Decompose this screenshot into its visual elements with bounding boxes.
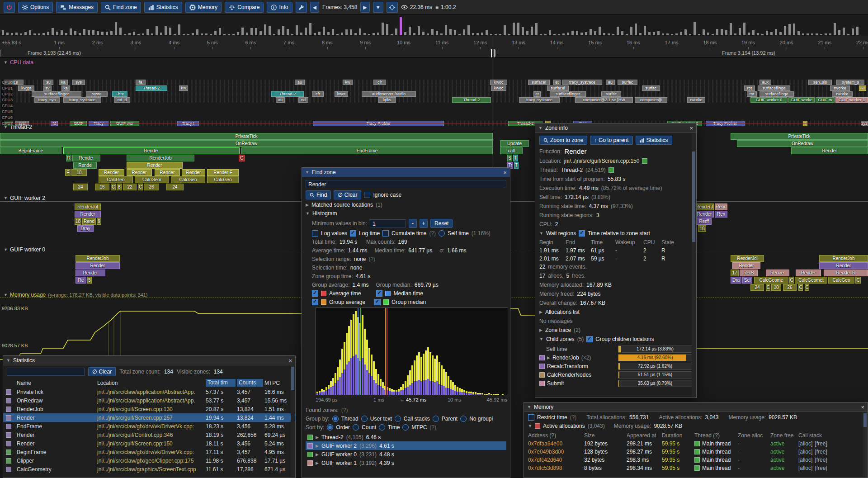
median-time-checkbox[interactable] bbox=[376, 290, 382, 297]
reset-button[interactable]: Reset bbox=[430, 219, 453, 228]
call-stack-free-link[interactable]: [free] bbox=[815, 465, 827, 471]
timeline-zone[interactable]: 26 bbox=[144, 184, 159, 190]
memory-titlebar[interactable]: ▼ Memory × bbox=[524, 402, 868, 412]
min-bin-decrease-button[interactable]: - bbox=[409, 219, 417, 228]
timeline-zone[interactable]: audioserver /audio bbox=[362, 91, 416, 97]
timeline-zone[interactable]: EndFrame bbox=[241, 147, 493, 154]
timeline-zone[interactable]: 10 bbox=[771, 284, 781, 291]
expand-triangle-icon[interactable]: ▶ bbox=[306, 203, 309, 207]
timeline-zone[interactable]: C bbox=[798, 284, 803, 291]
timeline-zone[interactable]: composer@2.1-se [HW bbox=[575, 97, 633, 103]
sort-by-mtpc-radio[interactable] bbox=[402, 424, 409, 431]
go-to-parent-button[interactable]: ↑ Go to parent bbox=[590, 136, 632, 145]
statistics-row[interactable]: EndFramejni/../jni/src/claw/gfx/drv/vk/D… bbox=[3, 422, 295, 431]
collapse-triangle-icon[interactable]: ▼ bbox=[539, 337, 543, 341]
allocation-row[interactable]: 0x7dfaa64e00192 bytes298.21 ms59.95 sMai… bbox=[528, 440, 863, 448]
timeline-zone[interactable]: surface! bbox=[528, 80, 550, 85]
timeline-zone[interactable]: rworke bbox=[687, 97, 705, 103]
frames-bar[interactable]: Frame 3,193 (22.45 ms)Frame 3,194 (13.92… bbox=[0, 49, 868, 58]
min-bin-increase-button[interactable]: + bbox=[420, 219, 428, 228]
timeline-zone[interactable]: CalcGeo bbox=[99, 176, 133, 183]
found-zone-group[interactable]: ▶GUIF worker 2(3,296)4.61 s bbox=[306, 441, 506, 450]
child-zone-row[interactable]: Submit35.63 µs (0.79%) bbox=[539, 379, 692, 387]
allocation-column-header[interactable]: Call stack bbox=[798, 432, 863, 439]
memory-scrollbar[interactable] bbox=[863, 412, 867, 477]
timeline-zone[interactable]: Dra bbox=[731, 277, 741, 284]
collapse-triangle-icon[interactable]: ▼ bbox=[539, 231, 543, 236]
timeline-zone[interactable]: lgiks bbox=[378, 97, 396, 103]
help-marker[interactable]: (?) bbox=[429, 230, 436, 237]
timeline-zone[interactable]: C bbox=[239, 155, 245, 161]
timeline-zone[interactable]: aux bbox=[760, 80, 771, 85]
frame-select-button[interactable]: ▼ bbox=[373, 2, 383, 13]
timeline-zone[interactable]: tracy_systrace bbox=[63, 97, 101, 103]
zone-statistics-button[interactable]: Statistics bbox=[636, 136, 672, 145]
timeline-zone[interactable]: Ren bbox=[715, 211, 727, 218]
timeline-zone[interactable]: Render bbox=[75, 270, 105, 276]
call-stack-free-link[interactable]: [free] bbox=[815, 449, 827, 455]
group-by-callstacks-radio[interactable] bbox=[395, 416, 401, 422]
timeline-zone[interactable]: GUIF-w bbox=[816, 97, 835, 103]
timeline-zone[interactable]: GUIF worker 0 bbox=[750, 97, 788, 103]
timeline-zone[interactable]: Rend bbox=[82, 218, 96, 225]
zone-info-scrollbar[interactable] bbox=[692, 133, 696, 397]
clear-filter-button[interactable]: ∅ Clear bbox=[88, 367, 116, 376]
timeline-zone[interactable]: tracy_syn bbox=[34, 97, 60, 103]
statistics-row[interactable]: RenderJobjni/../jni/src/guif/Screen.cpp:… bbox=[3, 405, 295, 413]
timeline-zone[interactable]: cfr bbox=[373, 80, 386, 85]
timeline-zone[interactable]: call bbox=[500, 147, 523, 154]
timeline-zone[interactable]: Render bbox=[791, 147, 868, 154]
timeline-zone[interactable]: ka bbox=[59, 80, 68, 85]
timeline-zone[interactable]: Render F bbox=[207, 169, 239, 176]
timeline-zone[interactable]: Render bbox=[127, 169, 152, 176]
time-relative-checkbox[interactable] bbox=[579, 230, 585, 237]
zoom-to-zone-button[interactable]: Zoom to zone bbox=[539, 136, 587, 145]
timeline-zone[interactable]: GUIF worke bbox=[788, 97, 815, 103]
clear-button[interactable]: ∅ Clear bbox=[334, 190, 361, 199]
frame-timeline-strip[interactable] bbox=[0, 15, 868, 36]
timeline-zone[interactable]: T bbox=[514, 162, 519, 169]
child-zone-row[interactable]: RecalcTransform72.92 µs (1.62%) bbox=[539, 362, 692, 370]
group-children-checkbox[interactable] bbox=[586, 336, 593, 342]
timeline-zone[interactable]: kvgpr bbox=[18, 85, 34, 91]
timeline-zone[interactable]: Thread-2 bbox=[271, 91, 304, 97]
timeline-zone[interactable]: kwoc bbox=[490, 80, 507, 85]
statistics-row[interactable]: OnRedrawjni/../jni/src/claw/application/… bbox=[3, 396, 295, 405]
allocation-column-header[interactable]: Appeared at bbox=[627, 432, 662, 439]
sort-by-time-radio[interactable] bbox=[379, 424, 385, 431]
info-button[interactable]: Info bbox=[267, 2, 292, 13]
timeline-zone[interactable]: S bbox=[507, 155, 512, 161]
collapse-triangle-icon[interactable]: ▼ bbox=[306, 211, 310, 216]
group-by-parent-radio[interactable] bbox=[433, 416, 439, 422]
column-name[interactable]: Name bbox=[6, 380, 97, 386]
help-marker[interactable]: (?) bbox=[429, 424, 436, 431]
timeline-zone[interactable]: RenderJ bbox=[695, 204, 714, 210]
timeline-zone[interactable]: BeginFrame bbox=[0, 147, 61, 154]
timeline-zone[interactable]: surfaceflinger bbox=[550, 91, 586, 97]
timeline-zone[interactable]: kwoc bbox=[491, 85, 506, 91]
timeline-zone[interactable]: kwot bbox=[335, 91, 348, 97]
expand-triangle-icon[interactable]: ▶ bbox=[539, 328, 542, 332]
timeline-zone[interactable]: C bbox=[111, 184, 116, 190]
min-bin-input[interactable]: 1 bbox=[370, 219, 406, 227]
statistics-row[interactable]: Clipperjni/../jni/src/claw/gfx/geo/Clipp… bbox=[3, 456, 295, 465]
timeline-zone[interactable]: surfaceflinge bbox=[758, 85, 790, 91]
timeline-zone[interactable]: 18 bbox=[71, 169, 87, 176]
messages-button[interactable]: Messages bbox=[56, 2, 98, 13]
found-zone-group[interactable]: ▶GUIF worker 0(3,231)4.48 s bbox=[306, 450, 506, 459]
found-zone-group[interactable]: ▶GUIF worker 1(3,192)4.39 s bbox=[306, 459, 506, 467]
timeline-zone[interactable]: OnRedraw bbox=[737, 140, 868, 147]
timeline-zone[interactable]: su bbox=[43, 80, 53, 85]
allocation-column-header[interactable]: Address (?) bbox=[528, 432, 584, 439]
timeline-zone[interactable]: 18 bbox=[75, 218, 81, 225]
help-marker[interactable]: (?) bbox=[341, 407, 348, 413]
timeline-zone[interactable]: Render bbox=[182, 169, 205, 176]
collapse-triangle-icon[interactable]: ▼ bbox=[528, 424, 532, 428]
timeline-zone[interactable]: Render bbox=[75, 262, 120, 269]
log-time-checkbox[interactable] bbox=[350, 230, 356, 237]
zone-search-input[interactable]: Render bbox=[306, 180, 506, 188]
timeline-zone[interactable]: rot bbox=[747, 91, 757, 97]
timeline-zone[interactable]: kw bbox=[343, 80, 353, 85]
statistics-row[interactable]: CalcGeometryjni/../jni/src/claw/graphics… bbox=[3, 465, 295, 473]
timeline-zone[interactable]: OnRedraw bbox=[0, 140, 493, 147]
